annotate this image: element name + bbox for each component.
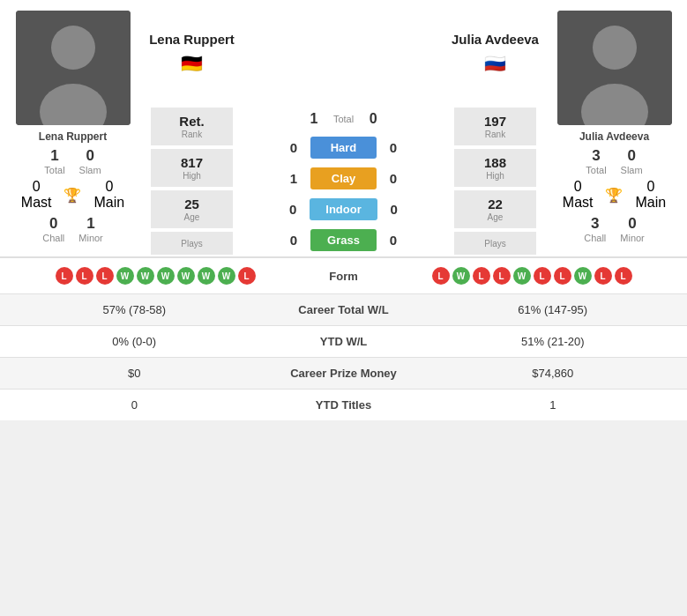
right-chall-value: 3	[591, 215, 599, 233]
bottom-rows: L L L W W W W W W L Form L W L L	[0, 257, 687, 420]
right-form-1: L	[432, 267, 450, 285]
right-rank-value: 197	[459, 114, 532, 129]
total-left-num: 1	[302, 111, 326, 127]
right-player-total-slam: 3 Total 0 Slam	[586, 147, 642, 175]
right-form-8: W	[574, 267, 592, 285]
right-high-value: 188	[459, 155, 532, 170]
right-main-stat: 0 Main	[635, 179, 666, 211]
right-age-value: 22	[459, 197, 532, 212]
right-slam-label: Slam	[621, 165, 643, 175]
left-player-avatar	[16, 11, 131, 125]
career-wl-left: 57% (78-58)	[13, 303, 256, 316]
right-main-value: 0	[646, 179, 654, 195]
left-mast-value: 0	[33, 179, 41, 195]
left-rank-value: Ret.	[155, 114, 228, 129]
left-total-value: 1	[50, 147, 58, 165]
left-form-badges: L L L W W W W W W L	[13, 267, 256, 285]
ytd-titles-row: 0 YTD Titles 1	[0, 389, 687, 420]
left-form-8: W	[198, 267, 215, 285]
left-slam-label: Slam	[79, 165, 101, 175]
svg-point-1	[51, 26, 95, 70]
ytd-titles-right: 1	[432, 398, 675, 412]
right-player-name: Julia Avdeeva	[579, 130, 649, 143]
left-high-block: 817 High	[151, 149, 233, 187]
indoor-left-num: 0	[281, 202, 304, 217]
left-form-1: L	[56, 267, 73, 285]
grass-badge: Grass	[310, 229, 377, 251]
left-total-stat: 1 Total	[44, 147, 64, 175]
left-main-label: Main	[93, 195, 124, 211]
grass-right-num: 0	[382, 233, 405, 248]
right-player-header: Julia Avdeeva 🇷🇺	[449, 0, 541, 106]
left-plays-block: Plays	[151, 232, 233, 255]
right-high-label: High	[459, 171, 532, 181]
ytd-wl-label: YTD W/L	[256, 335, 432, 348]
ytd-wl-left: 0% (0-0)	[13, 335, 256, 348]
ytd-titles-left: 0	[13, 398, 256, 412]
right-slam-stat: 0 Slam	[621, 147, 643, 175]
clay-right-num: 0	[382, 171, 405, 186]
ytd-titles-label: YTD Titles	[256, 398, 432, 412]
left-trophy-icon: 🏆	[63, 187, 81, 204]
left-plays-label: Plays	[155, 239, 228, 249]
form-label: Form	[256, 270, 432, 283]
main-layout: Lena Ruppert 1 Total 0 Slam 0 Mast 🏆	[0, 0, 687, 420]
right-player-avatar	[557, 11, 672, 125]
right-age-block: 22 Age	[454, 190, 536, 228]
left-age-label: Age	[155, 212, 228, 222]
left-mast-stat: 0 Mast	[21, 179, 52, 211]
left-player-header-name: Lena Ruppert	[149, 32, 235, 48]
prize-money-row: $0 Career Prize Money $74,860	[0, 357, 687, 389]
left-total-label: Total	[44, 165, 64, 175]
right-mast-stat: 0 Mast	[563, 179, 594, 211]
hard-row: 0 Hard 0	[238, 132, 449, 163]
right-chall-label: Chall	[584, 233, 606, 243]
right-total-label: Total	[586, 165, 606, 175]
left-form-9: W	[218, 267, 235, 285]
left-slam-stat: 0 Slam	[79, 147, 101, 175]
hard-right-num: 0	[382, 140, 405, 155]
left-player-header: Lena Ruppert 🇩🇪	[146, 0, 238, 106]
right-info-col: Julia Avdeeva 🇷🇺 197 Rank 188 High 22 Ag…	[449, 0, 541, 256]
right-total-value: 3	[592, 147, 600, 165]
left-age-block: 25 Age	[151, 190, 233, 228]
right-form-9: L	[594, 267, 612, 285]
right-player-header-name: Julia Avdeeva	[452, 32, 539, 48]
right-form-3: L	[473, 267, 490, 285]
left-form-5: W	[137, 267, 154, 285]
left-slam-value: 0	[86, 147, 93, 165]
right-form-4: L	[493, 267, 511, 285]
form-left: L L L W W W W W W L	[13, 267, 256, 285]
career-wl-row: 57% (78-58) Career Total W/L 61% (147-95…	[0, 293, 687, 325]
right-age-label: Age	[459, 212, 532, 222]
left-mast-label: Mast	[21, 195, 52, 211]
right-high-block: 188 High	[454, 149, 536, 187]
left-minor-stat: 1 Minor	[78, 215, 103, 243]
right-player-chall-minor: 3 Chall 0 Minor	[584, 215, 645, 243]
center-col: 1 Total 0 0 Hard 0 1 Clay 0 0 Indoor 0	[238, 0, 449, 256]
right-minor-value: 0	[628, 215, 636, 233]
total-row: 1 Total 0	[238, 106, 449, 132]
left-player-flag: 🇩🇪	[181, 53, 203, 74]
form-right: L W L L W L L W L L	[432, 267, 675, 285]
right-player-flag: 🇷🇺	[484, 53, 506, 74]
right-total-stat: 3 Total	[586, 147, 606, 175]
right-form-badges: L W L L W L L W L L	[432, 267, 675, 285]
center-header	[238, 0, 449, 106]
right-chall-stat: 3 Chall	[584, 215, 606, 243]
indoor-right-num: 0	[383, 202, 406, 217]
right-form-5: W	[513, 267, 531, 285]
right-minor-label: Minor	[620, 233, 645, 243]
clay-badge: Clay	[310, 167, 377, 189]
clay-left-num: 1	[282, 171, 305, 186]
right-mast-label: Mast	[563, 195, 594, 211]
right-form-6: L	[534, 267, 551, 285]
right-slam-value: 0	[627, 147, 635, 165]
top-area: Lena Ruppert 1 Total 0 Slam 0 Mast 🏆	[0, 0, 687, 257]
left-form-10: L	[238, 267, 256, 285]
ytd-wl-row: 0% (0-0) YTD W/L 51% (21-20)	[0, 325, 687, 357]
left-info-col: Lena Ruppert 🇩🇪 Ret. Rank 817 High 25 Ag…	[146, 0, 238, 256]
left-main-stat: 0 Main	[93, 179, 124, 211]
left-chall-value: 0	[49, 215, 57, 233]
left-form-6: W	[157, 267, 175, 285]
